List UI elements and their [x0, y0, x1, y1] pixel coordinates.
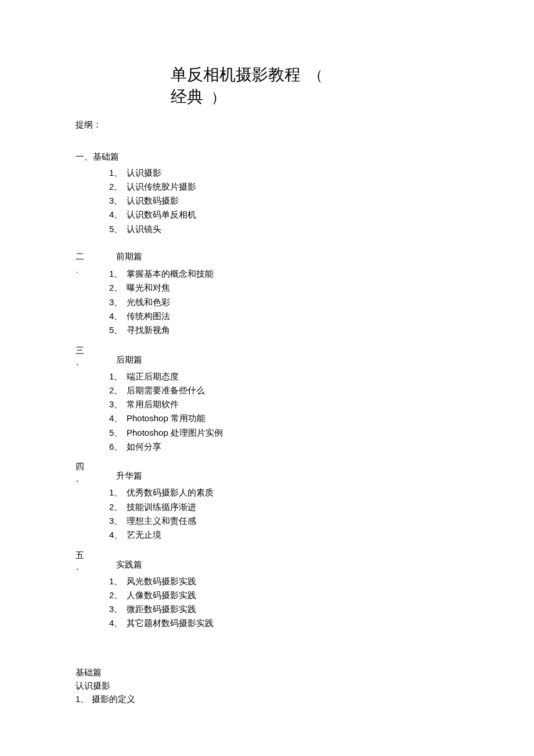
section-title: 实践篇	[116, 549, 142, 572]
list-item: 1、优秀数码摄影人的素质	[109, 486, 459, 500]
title-line1: 单反相机摄影教程	[171, 66, 301, 84]
section-sep: 、	[75, 560, 87, 572]
list-item: 5、寻找新视角	[109, 323, 459, 337]
section-1: 一、 基础篇 1、认识摄影 2、认识传统胶片摄影 3、认识数码摄影 4、认识数码…	[75, 151, 459, 236]
section-sep: 、	[75, 356, 87, 367]
section-marker: 一、	[75, 151, 87, 162]
list-item: 1、风光数码摄影实践	[109, 574, 459, 588]
section-title: 升华篇	[116, 461, 142, 483]
list-item: 2、人像数码摄影实践	[109, 588, 459, 602]
list-item: 2、后期需要准备些什么	[109, 384, 459, 397]
section-5: 五 、 实践篇 1、风光数码摄影实践 2、人像数码摄影实践 3、微距数码摄影实践…	[75, 549, 459, 631]
body-heading-1: 基础篇	[75, 665, 459, 679]
section-marker: 二	[75, 251, 87, 262]
paren-open: （	[309, 67, 323, 83]
list-item: 4、传统构图法	[109, 309, 459, 323]
list-item: 2、曝光和对焦	[109, 281, 459, 295]
list-item: 2、认识传统胶片摄影	[109, 180, 459, 194]
section-title: 后期篇	[116, 345, 142, 367]
section-title: 前期篇	[116, 251, 142, 262]
body-heading-2: 认识摄影	[75, 679, 459, 692]
list-item: 4、认识数码单反相机	[109, 208, 459, 222]
list-item: 4、Photoshop 常用功能	[109, 411, 459, 425]
section-title: 基础篇	[93, 151, 119, 162]
list-item: 2、技能训练循序渐进	[109, 500, 459, 514]
list-item: 5、Photoshop 处理图片实例	[109, 426, 459, 440]
list-item: 1、认识摄影	[109, 166, 459, 180]
document-title: 单反相机摄影教程（ 经典）	[171, 64, 459, 108]
body-line: 1、 摄影的定义	[75, 692, 459, 706]
list-item: 1、端正后期态度	[109, 370, 459, 384]
list-item: 5、认识镜头	[109, 222, 459, 236]
section-3: 三 、 后期篇 1、端正后期态度 2、后期需要准备些什么 3、常用后期软件 4、…	[75, 345, 459, 454]
list-item: 6、如何分享	[109, 440, 459, 454]
section-sep: 、	[75, 472, 87, 484]
section-4: 四 、 升华篇 1、优秀数码摄影人的素质 2、技能训练循序渐进 3、理想主义和责…	[75, 461, 459, 542]
list-item: 1、掌握基本的概念和技能	[109, 267, 459, 281]
outline-label: 提纲：	[75, 120, 459, 131]
title-line2: 经典	[171, 88, 203, 106]
body-text: 基础篇 认识摄影 1、 摄影的定义	[75, 665, 459, 706]
section-marker: 四	[75, 461, 87, 472]
list-item: 3、理想主义和责任感	[109, 514, 459, 528]
paren-close: ）	[211, 89, 225, 105]
section-marker: 五	[75, 549, 87, 561]
list-item: 4、艺无止境	[109, 528, 459, 542]
list-item: 4、其它题材数码摄影实践	[109, 616, 459, 630]
list-item: 3、光线和色彩	[109, 295, 459, 309]
list-item: 3、认识数码摄影	[109, 194, 459, 208]
list-item: 3、微距数码摄影实践	[109, 602, 459, 616]
list-item: 3、常用后期软件	[109, 397, 459, 411]
section-marker: 三	[75, 345, 87, 356]
section-2: 二 前期篇 、 1、掌握基本的概念和技能 2、曝光和对焦 3、光线和色彩 4、传…	[75, 251, 459, 337]
